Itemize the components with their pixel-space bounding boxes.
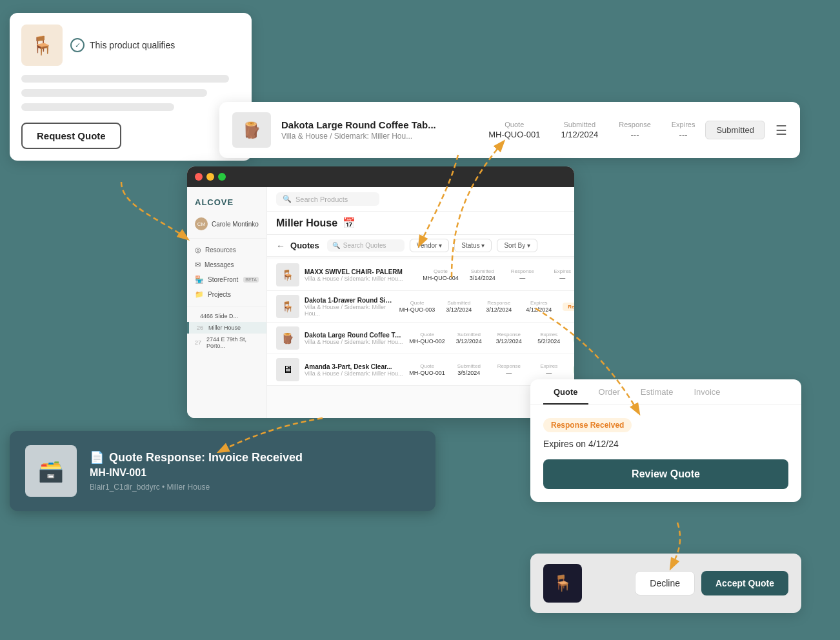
- storefront-icon: 🏪: [195, 275, 204, 284]
- response-value: ---: [619, 130, 651, 139]
- quote-title: Dakota 1-Drawer Round Side Ta...: [305, 297, 394, 304]
- response-received-badge: Response Received: [563, 303, 574, 311]
- status-filter-button[interactable]: Status ▾: [454, 239, 492, 252]
- request-quote-button[interactable]: Request Quote: [21, 123, 121, 149]
- expires-text: Expires on 4/12/24: [543, 439, 788, 449]
- tab-order[interactable]: Order: [588, 379, 630, 405]
- sidebar-item-storefront[interactable]: 🏪 StoreFront BETA: [187, 272, 266, 287]
- quote-sub: Villa & House / Sidemark: Miller Hou...: [305, 339, 404, 345]
- vendor-filter-button[interactable]: Vendor ▾: [410, 239, 449, 252]
- accept-decline-card: 🪑 Decline Accept Quote: [530, 554, 801, 613]
- quote-num-col: Quote MH-QUO-001: [409, 363, 445, 376]
- sidebar-item-messages[interactable]: ✉ Messages: [187, 257, 266, 272]
- quote-row-subtitle: Villa & House / Sidemark: Miller Hou...: [281, 132, 478, 141]
- response-received-badge: Response Received: [543, 418, 632, 432]
- search-quotes-input[interactable]: 🔍 Search Quotes: [327, 239, 405, 252]
- quote-num-col: Quote MH-QUO-004: [423, 268, 459, 281]
- user-avatar: CM: [195, 217, 208, 230]
- product-search-box[interactable]: 🔍 Search Products: [276, 192, 379, 206]
- submitted-label: Submitted: [561, 121, 598, 128]
- qualifies-row: ✓ This product qualifies: [70, 38, 175, 52]
- beta-badge: BETA: [243, 277, 259, 283]
- expires-col: Expires ---: [672, 121, 695, 139]
- invoice-subtitle: Blair1_C1dir_bddyrc • Miller House: [90, 483, 420, 492]
- list-icon[interactable]: ☰: [775, 123, 787, 138]
- accepted-status-badge: Accepted: [573, 366, 574, 374]
- quote-meta: Quote MH-QUO-004 Submitted 3/14/2024 Res…: [423, 268, 574, 281]
- tab-quote[interactable]: Quote: [543, 379, 588, 405]
- expires-date-col: Expires —: [546, 268, 574, 281]
- sidebar-divider-2: [187, 306, 266, 306]
- quote-item-row[interactable]: 🖥 Amanda 3-Part, Desk Clear... Villa & H…: [267, 354, 574, 386]
- submitted-badge: Submitted: [705, 121, 765, 139]
- quote-info: Dakota 1-Drawer Round Side Ta... Villa &…: [305, 297, 394, 317]
- window-titlebar: [187, 166, 574, 187]
- quote-item-row[interactable]: 🪑 MAXX SWIVEL CHAIR- PALERM Villa & Hous…: [267, 259, 574, 291]
- quotes-toolbar: ← Quotes 🔍 Search Quotes Vendor ▾ Status…: [267, 235, 574, 257]
- submitted-date-col: Submitted 3/12/2024: [453, 332, 485, 345]
- decline-button[interactable]: Decline: [635, 571, 695, 595]
- app-topbar: 🔍 Search Products 🔔 👥 👤: [267, 187, 574, 212]
- review-quote-button[interactable]: Review Quote: [543, 459, 788, 489]
- tab-invoice[interactable]: Invoice: [683, 379, 730, 405]
- quote-sub: Villa & House / Sidemark: Miller Hou...: [305, 370, 404, 377]
- search-icon: 🔍: [283, 195, 292, 203]
- project-label: 4466 Slide D...: [200, 313, 238, 319]
- quote-row-info: Dakota Large Round Coffee Tab... Villa &…: [281, 119, 478, 141]
- accept-actions: Decline Accept Quote: [592, 571, 788, 595]
- sidebar-user: CM Carole Montinko: [187, 214, 266, 234]
- skeleton-line-1: [21, 75, 229, 83]
- quote-number-col: Quote MH-QUO-001: [488, 121, 540, 139]
- response-date-col: Response —: [493, 363, 525, 376]
- sidebar-project-4466[interactable]: 4466 Slide D...: [187, 310, 266, 322]
- quote-title: MAXX SWIVEL CHAIR- PALERM: [305, 268, 417, 275]
- sidebar-item-resources[interactable]: ◎ Resources: [187, 243, 266, 257]
- quote-sub: Villa & House / Sidemark: Miller Hou...: [305, 275, 417, 282]
- quote-sub: Villa & House / Sidemark: Miller Hou...: [305, 304, 394, 317]
- sidebar-divider-1: [187, 238, 266, 239]
- project-label: 2744 E 79th St, Porto...: [206, 336, 259, 349]
- sidebar-item-label: Resources: [205, 246, 236, 254]
- resources-icon: ◎: [195, 246, 201, 254]
- quote-num-col: Quote MH-QUO-003: [399, 300, 435, 313]
- traffic-light-red[interactable]: [195, 173, 203, 181]
- quote-info: MAXX SWIVEL CHAIR- PALERM Villa & House …: [305, 268, 417, 282]
- back-button[interactable]: ←: [276, 241, 285, 251]
- sort-by-filter-button[interactable]: Sort By ▾: [497, 239, 537, 252]
- app-sidebar: ALCOVE CM Carole Montinko ◎ Resources ✉ …: [187, 187, 267, 418]
- quote-value: MH-QUO-001: [488, 130, 540, 139]
- skeleton-line-2: [21, 89, 207, 97]
- sidebar-item-label: Messages: [205, 261, 234, 268]
- submitted-date-col: Submitted 3/14/2024: [466, 268, 499, 281]
- calendar-icon: 📅: [343, 217, 355, 229]
- quote-item-row[interactable]: 🪵 Dakota Large Round Coffee Tab... Villa…: [267, 323, 574, 354]
- expires-date-col: Expires 5/2/2024: [533, 332, 565, 345]
- expires-label: Expires: [672, 121, 695, 128]
- project-label: Miller House: [208, 325, 241, 331]
- skeleton-line-3: [21, 103, 174, 111]
- app-main: 🔍 Search Products 🔔 👥 👤 Miller House 📅 🎤…: [267, 187, 574, 418]
- tab-estimate[interactable]: Estimate: [630, 379, 684, 405]
- quote-info: Amanda 3-Part, Desk Clear... Villa & Hou…: [305, 363, 404, 377]
- qualifies-icon: ✓: [70, 38, 85, 52]
- quote-item-row[interactable]: 🪑 Dakota 1-Drawer Round Side Ta... Villa…: [267, 291, 574, 323]
- traffic-light-green[interactable]: [218, 173, 226, 181]
- sidebar-project-miller-house[interactable]: 26 Miller House: [187, 322, 266, 334]
- invoice-title: 📄 Quote Response: Invoice Received: [90, 450, 420, 465]
- sidebar-project-2744[interactable]: 27 2744 E 79th St, Porto...: [187, 334, 266, 352]
- quotes-list: 🪑 MAXX SWIVEL CHAIR- PALERM Villa & Hous…: [267, 257, 574, 418]
- user-name: Carole Montinko: [212, 221, 259, 228]
- response-date-col: Response —: [506, 268, 539, 281]
- top-left-product-card: 🪑 ✓ This product qualifies Request Quote: [10, 13, 252, 161]
- search-placeholder: Search Products: [295, 195, 348, 203]
- messages-icon: ✉: [195, 261, 201, 269]
- quote-meta: Quote MH-QUO-001 Submitted 3/5/2024 Resp…: [409, 363, 574, 376]
- app-logo: ALCOVE: [187, 194, 266, 214]
- sidebar-item-projects[interactable]: 📁 Projects: [187, 287, 266, 302]
- quote-detail-card: Quote Order Estimate Invoice Response Re…: [530, 379, 801, 502]
- sidebar-item-label: StoreFront: [208, 276, 238, 283]
- accept-quote-button[interactable]: Accept Quote: [701, 571, 788, 595]
- traffic-light-yellow[interactable]: [206, 173, 214, 181]
- product-thumbnail: 🪑: [21, 25, 63, 66]
- expires-date-col: Expires 4/12/2024: [523, 300, 555, 313]
